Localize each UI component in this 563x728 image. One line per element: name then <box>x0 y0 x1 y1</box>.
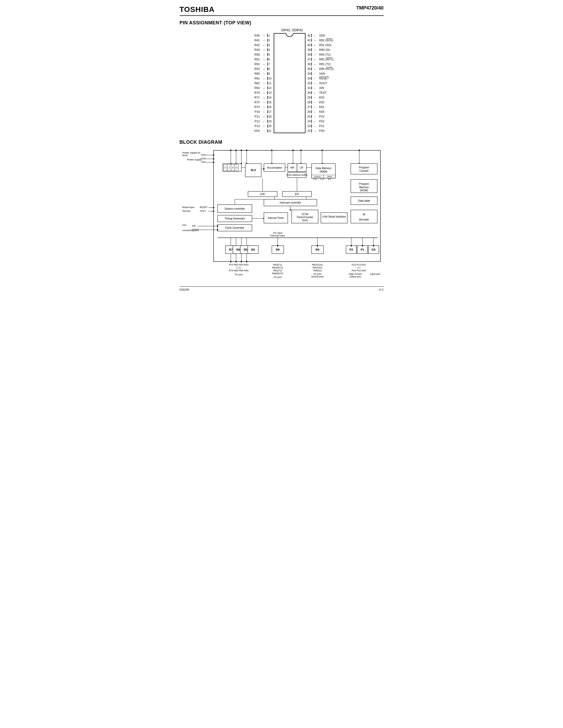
svg-text:ALU: ALU <box>250 169 256 172</box>
pin-row: 35↔R80 (INT2) <box>306 66 340 71</box>
svg-marker-20 <box>240 149 242 151</box>
svg-text:VHH: VHH <box>201 154 206 156</box>
svg-marker-5 <box>213 154 214 156</box>
svg-text:|      |      |: | | | <box>357 266 360 269</box>
pin-row: 24→P22 <box>306 119 340 124</box>
pin-row: R70↔13 <box>245 90 274 95</box>
block-diagram-svg: Power Supply for RAM VHH Power Supply VD… <box>182 148 383 280</box>
pin-row: 40↔R91 (SO) <box>306 43 340 47</box>
doc-number: 020290 <box>180 288 189 292</box>
svg-text:SPW: SPW <box>327 176 332 178</box>
svg-text:(2ch): (2ch) <box>302 219 308 222</box>
pin-row: R62↔11 <box>245 81 274 86</box>
pin-row: 33←RESET <box>306 76 340 81</box>
svg-text:R90(SI): R90(SI) <box>313 269 322 272</box>
svg-text:Data Memory: Data Memory <box>315 167 331 170</box>
pin-row: 22→P20 <box>306 128 340 133</box>
svg-text:R7: R7 <box>229 248 232 251</box>
pin-row: R51↔6 <box>245 57 274 62</box>
svg-text:High current: High current <box>349 273 362 275</box>
svg-marker-23 <box>246 149 247 151</box>
right-pins: 42←VDD 41↔R92 (SCK) 40↔R91 (SO) 39↔R90 (… <box>306 33 340 133</box>
pin-row: R43↔4 <box>245 47 274 52</box>
pin-diagram: DIP42, SDIP42 R40↔1 R41↔2 R42↔3 R43↔4 R5… <box>201 28 384 133</box>
svg-text:VDD: VDD <box>201 157 206 160</box>
svg-text:P23  P13  K03: P23 P13 K03 <box>352 263 366 266</box>
svg-text:Power Supply: Power Supply <box>187 158 202 161</box>
svg-text:XIN: XIN <box>192 224 196 227</box>
pin-row: 32→XOUT <box>306 81 340 86</box>
svg-text:STACK: STACK <box>314 176 321 178</box>
pin-row: VSS→21 <box>245 128 274 133</box>
pin-row: 41↔R92 (SCK) <box>306 38 340 43</box>
svg-text:VSS: VSS <box>201 161 205 163</box>
pin-row: 37↔R82 (INT1) <box>306 57 340 62</box>
svg-text:Counter: Counter <box>359 169 369 172</box>
pin-row: 30←TEST <box>306 90 340 95</box>
svg-text:Program: Program <box>359 166 369 169</box>
svg-text:Interrupt input: Interrupt input <box>270 234 285 237</box>
svg-text:R70   R60  R50  R40: R70 R60 R50 R40 <box>229 269 248 272</box>
svg-text:Timing Generator: Timing Generator <box>224 217 245 220</box>
svg-text:Test pin: Test pin <box>182 210 190 212</box>
svg-text:P20  P10  K00: P20 P10 K00 <box>352 269 366 272</box>
pin-row: 38↔R83 (T1) <box>306 52 340 57</box>
svg-text:T/C input: T/C input <box>272 232 283 234</box>
svg-marker-29 <box>292 149 294 151</box>
pin-row: R42↔3 <box>245 43 274 47</box>
svg-text:Memory: Memory <box>359 186 369 189</box>
pin-row: R72↔15 <box>245 100 274 105</box>
pin-row: P10←17 <box>245 109 274 114</box>
svg-text:TC2: TC2 <box>320 178 324 181</box>
svg-text:Z: Z <box>228 166 230 169</box>
pin-assignment-section: PIN ASSIGNMENT (TOP VIEW) DIP42, SDIP42 … <box>180 20 384 133</box>
pin-row: 28←K02 <box>306 100 340 105</box>
svg-rect-118 <box>351 210 377 223</box>
svg-text:RAM address buffer: RAM address buffer <box>287 174 308 176</box>
svg-text:RAM: RAM <box>182 154 187 157</box>
pin-row: R41↔2 <box>245 38 274 43</box>
pin-row: R73↔16 <box>245 105 274 109</box>
svg-text:R4: R4 <box>251 248 255 251</box>
pin-row: R63↔12 <box>245 86 274 90</box>
svg-text:R82(INT1): R82(INT1) <box>272 266 283 269</box>
svg-text:HR: HR <box>290 166 294 169</box>
pin-row: P13←20 <box>245 124 274 128</box>
chip-area: R40↔1 R41↔2 R42↔3 R43↔4 R50↔5 R51↔6 R52↔… <box>245 33 340 133</box>
svg-text:Input port: Input port <box>370 273 380 275</box>
svg-text:Decoder: Decoder <box>359 218 369 221</box>
svg-text:G: G <box>235 166 237 169</box>
svg-text:4-bit Serial Interface: 4-bit Serial Interface <box>322 215 346 218</box>
page-number: 6-2 <box>380 288 384 292</box>
pin-row: 23→P21 <box>306 124 340 128</box>
svg-text:I/O port: I/O port <box>234 273 243 276</box>
svg-text:R81(T2): R81(T2) <box>273 269 282 272</box>
svg-marker-38 <box>359 149 360 151</box>
svg-marker-140 <box>240 261 242 263</box>
pin-row: 34←VHH <box>306 71 340 76</box>
svg-marker-133 <box>290 209 291 211</box>
svg-text:Program: Program <box>359 182 369 185</box>
svg-text:R73  R63  R53  R43: R73 R63 R53 R43 <box>229 263 248 266</box>
pin-row: R53↔8 <box>245 66 274 71</box>
svg-text:(Serial port): (Serial port) <box>311 275 324 278</box>
svg-text:R92(SCK): R92(SCK) <box>312 263 323 266</box>
svg-marker-9 <box>213 158 214 160</box>
pin-row: R50↔5 <box>245 52 274 57</box>
svg-marker-93 <box>213 210 214 212</box>
package-label: DIP42, SDIP42 <box>282 28 303 32</box>
pin-row: 26←K00 <box>306 109 340 114</box>
pin-row: 39↔R90 (SI) <box>306 47 340 52</box>
svg-text:K0: K0 <box>372 248 375 251</box>
page-header: TOSHIBA TMP4720/40 <box>180 5 384 16</box>
block-diagram-title: BLOCK DIAGRAM <box>180 140 384 145</box>
svg-marker-26 <box>271 149 272 151</box>
model-number: TMP4720/40 <box>356 5 383 11</box>
pin-row: 31←XIN <box>306 86 340 90</box>
svg-text:(RAM): (RAM) <box>320 170 327 173</box>
pin-row: R60↔9 <box>245 71 274 76</box>
svg-text:Accumulator: Accumulator <box>267 166 282 169</box>
pin-row: R71↔14 <box>245 95 274 100</box>
chip-notch <box>286 33 294 37</box>
svg-marker-12 <box>213 161 214 163</box>
